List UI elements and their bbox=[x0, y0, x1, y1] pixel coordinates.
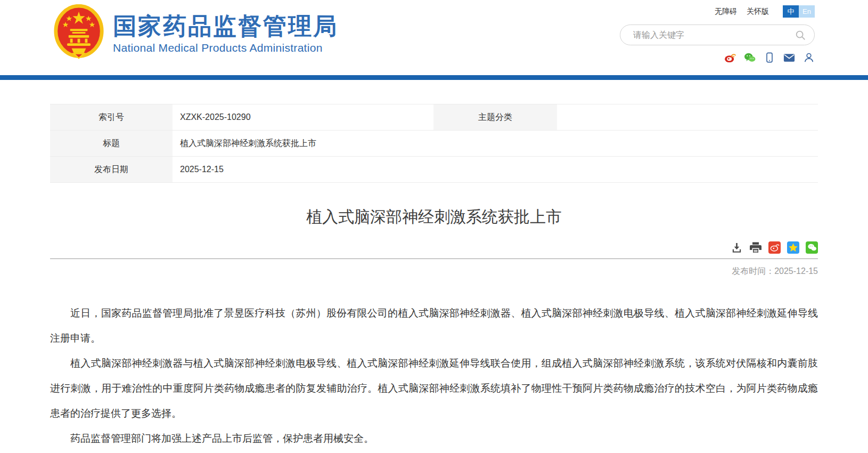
wechat-share-icon[interactable] bbox=[806, 241, 818, 254]
title-value: 植入式脑深部神经刺激系统获批上市 bbox=[173, 131, 818, 157]
mobile-icon[interactable] bbox=[764, 52, 775, 63]
article-body: 近日，国家药品监督管理局批准了景昱医疗科技（苏州）股份有限公司的植入式脑深部神经… bbox=[50, 301, 818, 451]
topic-category-value bbox=[557, 104, 818, 131]
publish-date-label: 发布日期 bbox=[50, 157, 173, 183]
search-box bbox=[620, 25, 815, 45]
main-content: 索引号 XZXK-2025-10290 主题分类 标题 植入式脑深部神经刺激系统… bbox=[50, 104, 818, 451]
table-row: 发布日期 2025-12-15 bbox=[50, 157, 818, 183]
china-national-emblem-icon bbox=[53, 4, 104, 63]
article-toolbar bbox=[50, 241, 818, 258]
topic-category-label: 主题分类 bbox=[433, 104, 557, 131]
qzone-share-icon[interactable] bbox=[787, 241, 799, 254]
header-right: 无障碍 关怀版 中 En bbox=[620, 5, 815, 63]
accessibility-link[interactable]: 无障碍 bbox=[715, 7, 737, 17]
publish-time-label: 发布时间： bbox=[732, 266, 774, 276]
search-input[interactable] bbox=[632, 30, 795, 41]
table-row: 索引号 XZXK-2025-10290 主题分类 bbox=[50, 104, 818, 131]
title-label: 标题 bbox=[50, 131, 173, 157]
search-icon[interactable] bbox=[795, 29, 806, 41]
site-subtitle: National Medical Products Administration bbox=[113, 42, 338, 54]
site-header: 国家药品监督管理局 National Medical Products Admi… bbox=[0, 0, 868, 75]
top-links: 无障碍 关怀版 中 En bbox=[620, 5, 815, 18]
care-version-link[interactable]: 关怀版 bbox=[747, 7, 769, 17]
article-paragraph: 植入式脑深部神经刺激器与植入式脑深部神经刺激电极导线、植入式脑深部神经刺激延伸导… bbox=[50, 351, 818, 426]
download-icon[interactable] bbox=[730, 241, 743, 254]
article-paragraph: 药品监督管理部门将加强上述产品上市后监管，保护患者用械安全。 bbox=[50, 426, 818, 451]
wechat-icon[interactable] bbox=[744, 52, 756, 63]
publish-time-value: 2025-12-15 bbox=[774, 266, 818, 276]
index-number-value: XZXK-2025-10290 bbox=[173, 104, 433, 131]
publish-time: 发布时间：2025-12-15 bbox=[50, 266, 818, 277]
logo-text: 国家药品监督管理局 National Medical Products Admi… bbox=[113, 13, 338, 55]
user-icon[interactable] bbox=[803, 52, 815, 63]
index-number-label: 索引号 bbox=[50, 104, 173, 131]
title-divider bbox=[50, 258, 818, 259]
print-icon[interactable] bbox=[749, 241, 762, 254]
weibo-icon[interactable] bbox=[724, 52, 736, 63]
header-divider-bar bbox=[0, 75, 868, 80]
social-icon-row bbox=[620, 52, 815, 63]
site-title: 国家药品监督管理局 bbox=[113, 13, 338, 40]
weibo-share-icon[interactable] bbox=[768, 241, 781, 254]
lang-zh-button[interactable]: 中 bbox=[783, 5, 799, 18]
site-logo[interactable]: 国家药品监督管理局 National Medical Products Admi… bbox=[53, 4, 338, 63]
article-paragraph: 近日，国家药品监督管理局批准了景昱医疗科技（苏州）股份有限公司的植入式脑深部神经… bbox=[50, 301, 818, 351]
mail-icon[interactable] bbox=[783, 52, 795, 63]
language-switch: 中 En bbox=[783, 5, 815, 18]
table-row: 标题 植入式脑深部神经刺激系统获批上市 bbox=[50, 131, 818, 157]
document-meta-table: 索引号 XZXK-2025-10290 主题分类 标题 植入式脑深部神经刺激系统… bbox=[50, 104, 818, 183]
lang-en-button[interactable]: En bbox=[799, 5, 815, 18]
publish-date-value: 2025-12-15 bbox=[173, 157, 818, 183]
page-title: 植入式脑深部神经刺激系统获批上市 bbox=[50, 206, 818, 228]
